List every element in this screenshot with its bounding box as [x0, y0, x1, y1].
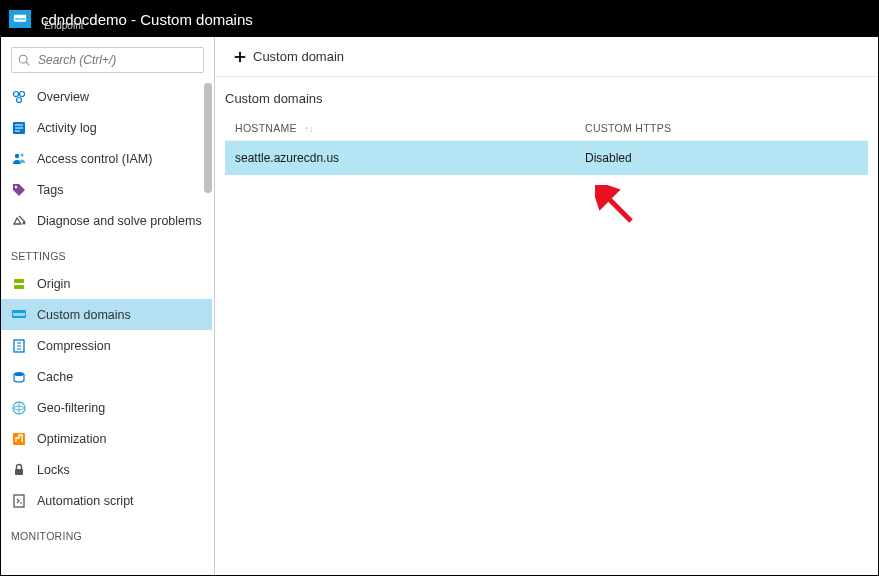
svg-point-12 [20, 153, 23, 156]
sidebar-item-label: Automation script [37, 494, 134, 508]
cell-custom-https: Disabled [585, 151, 858, 165]
search-input[interactable] [11, 47, 204, 73]
sidebar-item-automation-script[interactable]: Automation script [1, 485, 212, 516]
sidebar-item-geo-filtering[interactable]: Geo-filtering [1, 392, 212, 423]
column-hostname[interactable]: HOSTNAME [235, 122, 297, 134]
plus-icon [233, 50, 247, 64]
add-custom-domain-button[interactable]: Custom domain [227, 45, 350, 68]
annotation-arrow [595, 185, 635, 228]
add-custom-domain-label: Custom domain [253, 49, 344, 64]
sidebar-item-label: Locks [37, 463, 70, 477]
sidebar: Overview Activity log Access control (IA… [1, 37, 215, 576]
custom-domains-icon: www [11, 307, 27, 323]
svg-line-3 [26, 62, 29, 65]
sidebar-scrollbar[interactable] [204, 83, 212, 193]
cell-hostname: seattle.azurecdn.us [235, 151, 585, 165]
svg-line-32 [603, 193, 631, 221]
optimization-icon [11, 431, 27, 447]
sidebar-item-cache[interactable]: Cache [1, 361, 212, 392]
sidebar-item-label: Cache [37, 370, 73, 384]
sidebar-item-diagnose[interactable]: Diagnose and solve problems [1, 205, 212, 236]
sidebar-item-label: Tags [37, 183, 63, 197]
svg-point-6 [17, 97, 22, 102]
endpoint-icon: www [9, 10, 31, 28]
access-control-icon [11, 151, 27, 167]
nav: Overview Activity log Access control (IA… [1, 81, 214, 576]
sidebar-item-custom-domains[interactable]: www Custom domains [1, 299, 212, 330]
svg-text:www: www [12, 311, 25, 317]
sidebar-item-label: Overview [37, 90, 89, 104]
column-custom-https[interactable]: CUSTOM HTTPS [585, 122, 858, 134]
sidebar-item-overview[interactable]: Overview [1, 81, 212, 112]
sidebar-item-locks[interactable]: Locks [1, 454, 212, 485]
activity-log-icon [11, 120, 27, 136]
tags-icon [11, 182, 27, 198]
title-bar: www cdndocdemo - Custom domains Endpoint [1, 1, 878, 37]
origin-icon [11, 276, 27, 292]
svg-rect-17 [14, 285, 24, 289]
page-subtitle: Endpoint [44, 20, 83, 31]
sidebar-item-optimization[interactable]: Optimization [1, 423, 212, 454]
command-bar: Custom domain [215, 37, 878, 77]
svg-rect-16 [14, 279, 24, 283]
table-row[interactable]: seattle.azurecdn.us Disabled [225, 141, 868, 175]
section-monitoring: MONITORING [1, 516, 212, 548]
svg-point-24 [14, 372, 24, 376]
svg-point-11 [15, 153, 19, 157]
sidebar-item-label: Diagnose and solve problems [37, 214, 202, 228]
svg-point-5 [20, 91, 25, 96]
automation-script-icon [11, 493, 27, 509]
svg-rect-28 [15, 469, 23, 475]
sidebar-item-label: Origin [37, 277, 70, 291]
sidebar-item-label: Activity log [37, 121, 97, 135]
table-header: HOSTNAME ↑↓ CUSTOM HTTPS [225, 116, 868, 141]
svg-point-15 [23, 221, 26, 224]
locks-icon [11, 462, 27, 478]
sidebar-item-access-control[interactable]: Access control (IAM) [1, 143, 212, 174]
search-icon [17, 53, 31, 67]
overview-icon [11, 89, 27, 105]
sidebar-item-tags[interactable]: Tags [1, 174, 212, 205]
sidebar-item-label: Access control (IAM) [37, 152, 152, 166]
svg-line-14 [19, 216, 25, 222]
svg-point-13 [15, 185, 17, 187]
sidebar-item-origin[interactable]: Origin [1, 268, 212, 299]
main-content: Custom domain Custom domains HOSTNAME ↑↓… [215, 37, 878, 576]
sidebar-item-compression[interactable]: Compression [1, 330, 212, 361]
svg-point-2 [19, 55, 27, 63]
svg-point-4 [14, 91, 19, 96]
content-title: Custom domains [225, 91, 868, 106]
compression-icon [11, 338, 27, 354]
svg-text:www: www [14, 16, 26, 21]
sidebar-item-label: Geo-filtering [37, 401, 105, 415]
sidebar-item-label: Custom domains [37, 308, 131, 322]
sort-indicator-icon: ↑↓ [304, 124, 314, 134]
sidebar-item-activity-log[interactable]: Activity log [1, 112, 212, 143]
section-settings: SETTINGS [1, 236, 212, 268]
sidebar-item-label: Optimization [37, 432, 106, 446]
cache-icon [11, 369, 27, 385]
sidebar-item-label: Compression [37, 339, 111, 353]
geo-filtering-icon [11, 400, 27, 416]
diagnose-icon [11, 213, 27, 229]
